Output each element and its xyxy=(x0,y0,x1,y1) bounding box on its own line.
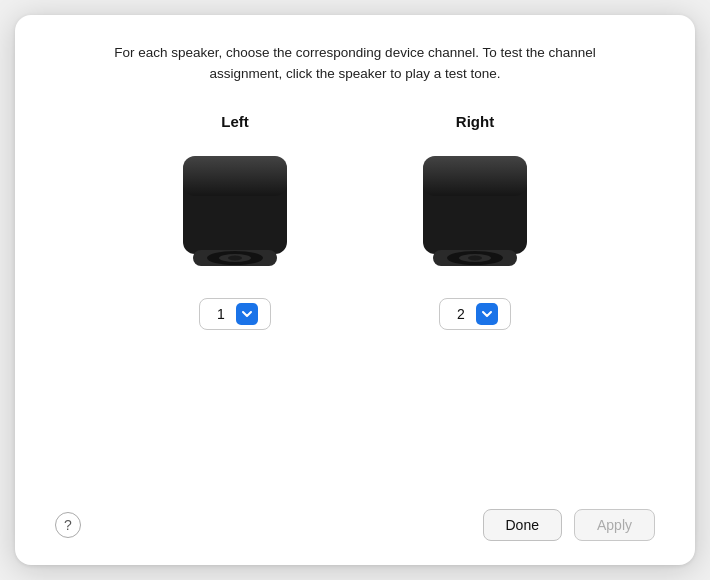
left-channel-value: 1 xyxy=(212,306,230,322)
left-channel-select[interactable]: 1 xyxy=(199,298,271,330)
right-speaker-icon[interactable] xyxy=(415,150,535,280)
speaker-assignment-dialog: For each speaker, choose the correspondi… xyxy=(15,15,695,565)
svg-point-5 xyxy=(228,255,242,260)
right-channel-dropdown-btn[interactable] xyxy=(476,303,498,325)
left-speaker-col: Left 1 xyxy=(175,113,295,330)
right-channel-select[interactable]: 2 xyxy=(439,298,511,330)
help-button[interactable]: ? xyxy=(55,512,81,538)
left-speaker-icon[interactable] xyxy=(175,150,295,280)
svg-point-11 xyxy=(468,255,482,260)
svg-rect-1 xyxy=(183,156,287,196)
description-text: For each speaker, choose the correspondi… xyxy=(105,43,605,85)
right-channel-value: 2 xyxy=(452,306,470,322)
apply-button: Apply xyxy=(574,509,655,541)
right-speaker-col: Right 2 xyxy=(415,113,535,330)
footer: ? Done Apply xyxy=(55,497,655,541)
right-speaker-label: Right xyxy=(456,113,494,130)
svg-rect-7 xyxy=(423,156,527,196)
done-button[interactable]: Done xyxy=(483,509,562,541)
left-speaker-label: Left xyxy=(221,113,249,130)
footer-actions: Done Apply xyxy=(483,509,656,541)
left-channel-dropdown-btn[interactable] xyxy=(236,303,258,325)
speakers-row: Left 1 xyxy=(175,113,535,497)
